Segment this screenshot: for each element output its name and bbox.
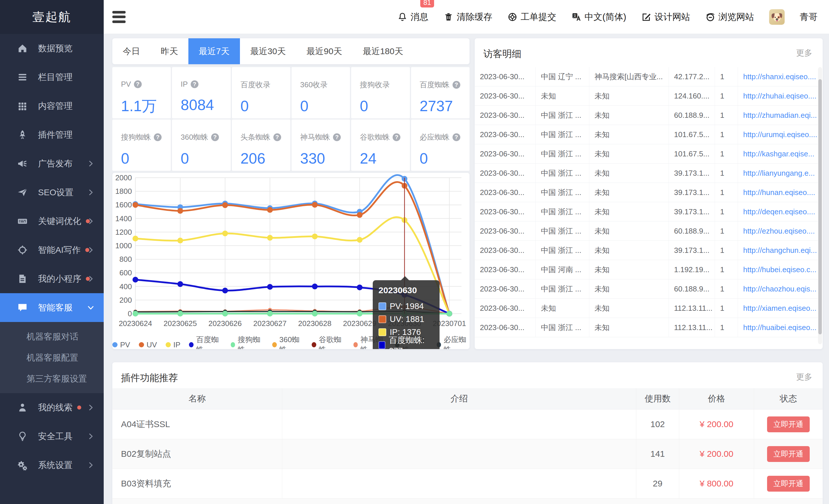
sidebar-item-label: SEO设置	[38, 187, 73, 199]
sidebar-item-11[interactable]: 我的线索	[0, 393, 104, 422]
help-question-icon[interactable]: ?	[393, 133, 400, 141]
visitor-cell: 2023-06-30...	[475, 299, 536, 318]
topbar-item-2[interactable]: 清除缓存	[443, 11, 492, 23]
sidebar-item-8[interactable]: 智能AI写作	[0, 236, 104, 264]
visitor-cell: 1	[715, 318, 738, 337]
sidebar-item-5[interactable]: 广告发布	[0, 149, 104, 178]
topbar-item-6[interactable]: 浏览网站	[705, 11, 754, 23]
legend-item-百度蜘蛛[interactable]: 百度蜘蛛	[189, 335, 222, 349]
help-question-icon[interactable]: ?	[191, 80, 199, 88]
visitor-cell: 1	[715, 202, 738, 221]
tab-昨天[interactable]: 昨天	[150, 38, 188, 64]
sidebar-item-6[interactable]: SEO设置	[0, 178, 104, 207]
visitor-url-link[interactable]: http://zhumadian.eqi...	[738, 106, 819, 125]
help-question-icon[interactable]: ?	[333, 133, 341, 141]
legend-label: 360蜘蛛	[279, 335, 303, 349]
visitor-url-link[interactable]: http://lianyungang.e...	[738, 164, 819, 183]
tab-最近7天[interactable]: 最近7天	[188, 38, 240, 64]
sidebar-item-7[interactable]: 关键词优化	[0, 207, 104, 236]
sidebar-subitem-1[interactable]: 机器客服对话	[0, 326, 104, 347]
visitor-cell: 1	[715, 221, 738, 241]
visitor-more-link[interactable]: 更多	[796, 47, 815, 59]
help-question-icon[interactable]: ?	[453, 133, 460, 141]
sidebar-item-3[interactable]: 内容管理	[0, 92, 104, 120]
legend-item-搜狗蜘蛛[interactable]: 搜狗蜘蛛	[231, 335, 263, 349]
user-name[interactable]: 青哥	[800, 11, 818, 23]
visitor-cell: 39.173.1...	[669, 202, 715, 221]
visitor-cell: 未知	[589, 318, 669, 337]
sidebar-subitem-2[interactable]: 机器客服配置	[0, 347, 104, 368]
visitor-url-link[interactable]: http://changchun.eqi...	[738, 241, 819, 260]
visitor-cell: 1	[715, 125, 738, 144]
help-question-icon[interactable]: ?	[453, 81, 460, 89]
tab-最近30天[interactable]: 最近30天	[240, 38, 296, 64]
plugin-name: B03资料填充	[112, 469, 282, 499]
visitor-url-link[interactable]: http://chaozhou.eqis...	[738, 279, 819, 298]
stat-label-text: 搜狗蜘蛛	[121, 132, 151, 142]
sidebar-item-1[interactable]: 数据预览	[0, 34, 104, 63]
scrollbar-thumb[interactable]	[818, 79, 822, 334]
visitor-url-link[interactable]: http://hunan.eqiseo....	[738, 183, 819, 202]
svg-text:1600: 1600	[115, 201, 132, 209]
help-question-icon[interactable]: ?	[211, 133, 219, 141]
help-question-icon[interactable]: ?	[273, 133, 281, 141]
tooltip-swatch	[379, 302, 386, 310]
visitor-cell: 未知	[589, 125, 669, 144]
legend-label: 谷歌蜘蛛	[319, 335, 345, 349]
visitor-url-link[interactable]: http://deqen.eqiseo....	[738, 202, 819, 221]
open-now-button[interactable]: 立即开通	[767, 446, 810, 462]
sidebar-subitem-3[interactable]: 第三方客服设置	[0, 368, 104, 389]
visitor-url-link[interactable]: http://kashgar.eqise...	[738, 144, 819, 163]
visitor-url-link[interactable]: http://hubei.eqiseo.c...	[738, 260, 819, 279]
visitor-url-link[interactable]: http://zhuhai.eqiseo....	[738, 86, 819, 105]
tooltip-text: PV: 1984	[390, 301, 424, 311]
table-row: 2023-06-30...中国 浙江 ...未知39.173.1...1http…	[475, 241, 819, 260]
sidebar-item-12[interactable]: 安全工具	[0, 422, 104, 451]
visitor-table: 2023-06-30...中国 辽宁 ...神马搜索[山西专业...42.177…	[475, 67, 819, 337]
table-row: 2023-06-30...中国 浙江 ...未知39.173.1...1http…	[475, 183, 819, 202]
sidebar-item-2[interactable]: 栏目管理	[0, 63, 104, 92]
sidebar-item-10[interactable]: 智能客服	[0, 293, 104, 322]
sidebar-item-4[interactable]: 插件管理	[0, 120, 104, 149]
legend-item-谷歌蜘蛛[interactable]: 谷歌蜘蛛	[312, 335, 345, 349]
legend-item-PV[interactable]: PV	[112, 335, 130, 349]
sidebar-item-13[interactable]: 系统设置	[0, 451, 104, 479]
doge-avatar-icon[interactable]: 🐶	[769, 9, 785, 25]
sidebar-item-label: 智能客服	[38, 302, 73, 314]
chevron-right-icon	[86, 461, 95, 469]
plugin-table: 名称介绍使用数价格状态A04证书SSL102¥ 200.00立即开通B02复制站…	[112, 388, 823, 504]
legend-item-360蜘蛛[interactable]: 360蜘蛛	[272, 335, 303, 349]
visitor-url-link[interactable]: http://ezhou.eqiseo....	[738, 221, 819, 241]
legend-item-UV[interactable]: UV	[139, 335, 157, 349]
tab-最近90天[interactable]: 最近90天	[296, 38, 352, 64]
visitor-table-scrollbar[interactable]	[818, 67, 822, 344]
topbar-item-4[interactable]: 文中文(简体)	[571, 11, 626, 23]
open-now-button[interactable]: 立即开通	[767, 417, 810, 432]
tab-今日[interactable]: 今日	[112, 38, 150, 64]
visitor-cell: 中国 浙江 ...	[536, 106, 589, 125]
sidebar-item-9[interactable]: 我的小程序	[0, 264, 104, 293]
tab-最近180天[interactable]: 最近180天	[352, 38, 413, 64]
help-question-icon[interactable]: ?	[134, 80, 142, 88]
visitor-url-link[interactable]: http://urumqi.eqiseo....	[738, 125, 819, 144]
visitor-cell: 1	[715, 260, 738, 279]
topbar-item-label: 浏览网站	[718, 11, 754, 23]
legend-item-必应蜘蛛[interactable]: 必应蜘蛛	[437, 335, 470, 349]
topbar-item-1[interactable]: 消息81	[397, 11, 428, 23]
table-row: 2023-06-30...中国 浙江 ...未知60.188.9...1http…	[475, 221, 819, 241]
bulb-icon	[17, 431, 28, 442]
legend-item-IP[interactable]: IP	[166, 335, 181, 349]
visitor-url-link[interactable]: http://xiamen.eqiseo...	[738, 299, 819, 318]
visitor-url-link[interactable]: http://huaibei.eqiseo...	[738, 318, 819, 337]
stat-card-神马蜘蛛: 神马蜘蛛?330	[291, 119, 350, 171]
stat-label: 头条蜘蛛?	[241, 132, 290, 142]
help-question-icon[interactable]: ?	[154, 133, 161, 141]
svg-text:400: 400	[119, 282, 132, 291]
chevron-right-icon	[86, 159, 95, 168]
hamburger-menu-icon[interactable]	[112, 11, 125, 23]
topbar-item-5[interactable]: 设计网站	[641, 11, 690, 23]
visitor-url-link[interactable]: http://shanxi.eqiseo....	[738, 67, 819, 86]
topbar-item-3[interactable]: 工单提交	[507, 11, 556, 23]
open-now-button[interactable]: 立即开通	[767, 476, 810, 492]
plugin-more-link[interactable]: 更多	[796, 371, 815, 383]
